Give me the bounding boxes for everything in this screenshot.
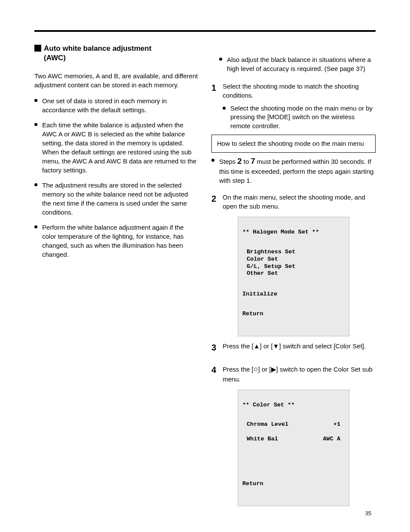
t: ] switch and select [Color Set]. <box>279 342 366 350</box>
step-2: 2 On the main menu, select the shooting … <box>211 193 376 211</box>
t: Press the [ <box>223 366 254 373</box>
osd-title: ** Halogen Mode Set ** <box>242 229 345 236</box>
step-text: Press the [○] or [▶] switch to open the … <box>223 364 376 384</box>
step-text: Select the shooting mode to match the sh… <box>223 82 376 100</box>
bullet-icon <box>223 107 226 110</box>
square-icon <box>34 45 41 52</box>
section-heading: Auto white balance adjustment (AWC) <box>34 44 199 63</box>
step-3: 3 Press the [▲] or [▼] switch and select… <box>211 341 376 354</box>
t: Press the [ <box>223 342 254 350</box>
t: ] or [ <box>260 342 273 350</box>
osd-item: Other Set <box>247 270 278 277</box>
down-triangle-icon: ▼ <box>273 342 279 350</box>
step-number: 3 <box>211 341 223 354</box>
bullet-icon <box>211 159 215 162</box>
osd-color-set: ** Color Set ** Chroma Level+1 White Bal… <box>238 390 349 506</box>
osd-label: Chroma Level <box>247 421 288 428</box>
osd-initialize: Initialize <box>242 291 345 298</box>
sub-bullet: Select the shooting mode on the main men… <box>223 104 376 130</box>
note-num-2: 2 <box>238 157 242 166</box>
bullet-text: One set of data is stored in each memory… <box>42 96 199 114</box>
box-text: How to select the shooting mode on the m… <box>217 140 364 147</box>
bullet-text: Also adjust the black balance in situati… <box>227 55 376 73</box>
osd-row: Chroma Level+1 <box>242 421 345 428</box>
callout-box: How to select the shooting mode on the m… <box>211 135 376 153</box>
osd-halogen-mode: ** Halogen Mode Set ** Brightness Set Co… <box>238 217 349 336</box>
osd-item: Brightness Set <box>247 249 295 255</box>
osd-item: Color Set <box>247 256 278 262</box>
step-number: 2 <box>211 193 223 205</box>
bullet-text: Each time the white balance is adjusted … <box>42 120 199 175</box>
osd-row: White BalAWC A <box>242 436 345 443</box>
note-bullet: Steps 2 to 7 must be performed within 30… <box>211 156 376 185</box>
bullet-item: The adjustment results are stored in the… <box>34 181 199 217</box>
note-text: Steps 2 to 7 must be performed within 30… <box>219 156 376 185</box>
sub-bullet-text: Select the shooting mode on the main men… <box>230 104 376 130</box>
bullet-item: Also adjust the black balance in situati… <box>219 55 376 73</box>
note-num-7: 7 <box>251 157 255 166</box>
circle-icon: ○ <box>254 365 258 373</box>
bullet-icon <box>34 123 38 126</box>
step-text: On the main menu, select the shooting mo… <box>223 193 376 211</box>
osd-value: AWC A <box>323 436 340 443</box>
intro-text: Two AWC memories, A and B, are available… <box>34 71 199 89</box>
bullet-text: The adjustment results are stored in the… <box>42 181 199 217</box>
bullet-item: One set of data is stored in each memory… <box>34 96 199 114</box>
right-triangle-icon: ▶ <box>271 366 276 373</box>
note-mid: to <box>242 158 251 165</box>
osd-return: Return <box>242 311 345 318</box>
osd-label: White Bal <box>247 436 278 443</box>
bullet-icon <box>34 183 38 186</box>
osd-item: G/L, Setup Set <box>247 263 295 270</box>
step-1: 1 Select the shooting mode to match the … <box>211 82 376 100</box>
bullet-item: Perform the white balance adjustment aga… <box>34 223 199 259</box>
horizontal-rule <box>34 30 376 32</box>
page-number: 35 <box>365 510 371 517</box>
step-4: 4 Press the [○] or [▶] switch to open th… <box>211 364 376 384</box>
osd-value: +1 <box>334 421 340 428</box>
left-column: Auto white balance adjustment (AWC) Two … <box>34 44 199 511</box>
step-number: 4 <box>211 364 223 376</box>
osd-title: ** Color Set ** <box>242 402 345 409</box>
osd-items: Brightness Set Color Set G/L, Setup Set … <box>242 249 345 278</box>
bullet-item: Each time the white balance is adjusted … <box>34 120 199 175</box>
heading-line-1: Auto white balance adjustment <box>44 44 151 52</box>
right-column: Also adjust the black balance in situati… <box>211 44 376 511</box>
bullet-icon <box>34 99 38 102</box>
step-number: 1 <box>211 82 223 94</box>
osd-return: Return <box>242 480 345 488</box>
up-triangle-icon: ▲ <box>254 342 260 350</box>
bullet-text: Perform the white balance adjustment aga… <box>42 223 199 259</box>
bullet-icon <box>219 58 223 61</box>
heading-line-2: (AWC) <box>44 54 66 62</box>
t: ] or [ <box>258 366 271 373</box>
note-pre: Steps <box>219 158 238 165</box>
step-text: Press the [▲] or [▼] switch and select [… <box>223 341 376 351</box>
bullet-icon <box>34 225 38 228</box>
